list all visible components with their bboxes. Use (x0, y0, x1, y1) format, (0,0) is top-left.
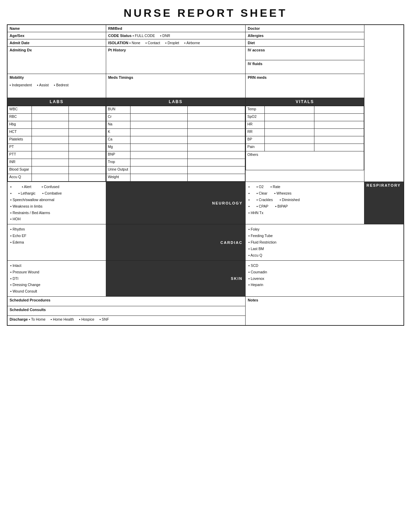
skin-pressure: Pressure Wound (10, 269, 103, 275)
labs1-row-accuq: Accu Q (8, 174, 106, 182)
vitals-data: Temp SpO2 HR RR BP Pain (246, 106, 364, 182)
vitals-row-hr: HR (246, 121, 364, 129)
mobility-bedrest: Bedrest (54, 83, 68, 87)
code-cell: CODE Status FULL CODE DNR (106, 32, 246, 39)
labs1-row-rbc: RBC (8, 114, 106, 121)
neurology-header: NEUROLOGY (106, 182, 246, 224)
isolation-options: None Contact Droplet Airborne (129, 41, 204, 45)
labs2-header: LABS (106, 98, 246, 106)
labs1-row-hbg: Hbg (8, 121, 106, 129)
scheduled-consults-cell: Scheduled Consults (7, 306, 246, 316)
notes-cell: Notes (246, 297, 404, 325)
scheduled-consults-label: Scheduled Consults (10, 308, 46, 312)
resp-diminished: Diminished (279, 197, 300, 203)
ivfluids-cell: IV fluids (246, 60, 364, 74)
admitdate-cell: Admit Date (7, 39, 106, 47)
gastro-cell: Foley Feeding Tube Fluid Restriction Las… (246, 224, 404, 260)
labs2-row-cr: Cr (106, 114, 245, 121)
agesex-cell: Age/Sex (7, 32, 106, 39)
cardiac-header: CARDIAC (106, 224, 246, 260)
discharge-hospice: Hospice (79, 317, 95, 321)
diet-cell: Diet (246, 39, 364, 47)
skin-items: Intact Pressure Wound DTI Dressing Chang… (10, 262, 103, 295)
scheduled-procedures-cell: Scheduled Procedures (7, 297, 246, 306)
name-label: Name (10, 26, 20, 30)
neuro-items: Alert Confused Lethargic Combative Speec… (10, 184, 103, 222)
isolation-cell: ISOLATION None Contact Droplet Airborne (106, 39, 246, 47)
admitdate-label: Admit Date (10, 41, 29, 45)
prn-cell: PRN meds (246, 74, 364, 98)
vitals-row-rr: RR (246, 129, 364, 136)
isolation-label: ISOLATION (108, 41, 128, 45)
labs2-data: BUN Cr Na K Ca Mg BNP (106, 106, 246, 182)
labs1-row-hct: HCT (8, 129, 106, 136)
page-title: NURSE REPORT SHEET (7, 7, 404, 20)
resp-items: O2 Rate Clear Wheezes Crackles Diminishe… (248, 184, 361, 216)
neuro-alert: Alert (22, 184, 32, 190)
iso-airborne: Airborne (184, 41, 200, 45)
doctor-cell: Doctor (246, 25, 364, 32)
code-fullcode: FULL CODE (133, 34, 155, 38)
vitals-row-temp: Temp (246, 106, 364, 114)
discharge-snf: SNF (99, 317, 109, 321)
vitals-row-others: Others (246, 151, 364, 170)
discharge-home: To Home (29, 317, 45, 321)
code-dnr: DNR (160, 34, 170, 38)
gastro-accuq: Accu Q (248, 252, 401, 259)
iso-none: None (129, 41, 140, 45)
cardiac-left-cell: Rhythm Echo EF Edema (7, 224, 106, 260)
resp-crackles: Crackles (257, 197, 273, 203)
cardiac-rhythm: Rhythm (10, 226, 103, 233)
neuro-restraints: Restraints / Bed Alarms (10, 210, 103, 216)
labs1-data: WBC RBC Hbg HCT Platelets PT PTT (7, 106, 106, 182)
meds-label: Meds Timings (108, 75, 133, 79)
vte-items: SCD Coumadin Lovenox Heparin (248, 262, 401, 288)
labs2-row-ca: Ca (106, 136, 245, 144)
neuro-speech: Speech/swallow abnormal (10, 197, 103, 203)
resp-cpap: CPAP (257, 203, 268, 210)
labs2-row-na: Na (106, 121, 245, 129)
allergies-cell: Allergies (246, 32, 364, 39)
skin-header: SKIN (106, 260, 246, 296)
mobility-cell: Mobility Independent Assist Bedrest (7, 74, 106, 98)
labs2-row-mg: Mg (106, 144, 245, 151)
gastro-items: Foley Feeding Tube Fluid Restriction Las… (248, 226, 401, 258)
notes-label: Notes (248, 298, 258, 302)
labs2-row-bnp: BNP (106, 151, 245, 159)
resp-left-cell: O2 Rate Clear Wheezes Crackles Diminishe… (246, 182, 364, 224)
vitals-others-label: Others (247, 152, 258, 157)
meds-cell: Meds Timings (106, 74, 246, 98)
allergies-label: Allergies (248, 34, 263, 38)
labs2-row-trop: Trop (106, 159, 245, 166)
labs1-row-ptt: PTT (8, 151, 106, 159)
cardiac-echo: Echo EF (10, 233, 103, 239)
discharge-cell: Discharge To Home Home Health Hospice SN… (7, 316, 246, 325)
labs1-row-inr: INR (8, 159, 106, 166)
agesex-label: Age/Sex (10, 34, 24, 38)
labs1-row-platelets: Platelets (8, 136, 106, 144)
neuro-confused: Confused (41, 184, 59, 190)
mobility-options: Independent Assist Bedrest (10, 83, 104, 87)
gastro-foley: Foley (248, 226, 401, 233)
rmbed-label: RM/Bed (108, 26, 122, 30)
ivaccess-label: IV access (248, 48, 265, 52)
admitdx-label: Admiting Dx (10, 48, 32, 52)
labs2-row-urineoutput: Urine Output (106, 166, 245, 174)
rmbed-cell: RM/Bed (106, 25, 246, 32)
mobility-label: Mobility (10, 75, 104, 79)
labs1-row-wbc: WBC (8, 106, 106, 114)
ivfluids-label: IV fluids (248, 62, 262, 66)
scheduled-procedures-label: Scheduled Procedures (10, 298, 50, 302)
resp-bipap: BIPAP (275, 203, 288, 210)
discharge-options: To Home Home Health Hospice SNF (29, 317, 113, 321)
gastro-lastbm: Last BM (248, 246, 401, 252)
cardiac-edema: Edema (10, 239, 103, 246)
iso-contact: Contact (146, 41, 160, 45)
resp-hhn: HHN Tx (248, 210, 361, 216)
gastro-feeding: Feeding Tube (248, 233, 401, 239)
vitals-row-bp: BP (246, 136, 364, 144)
resp-o2: O2 (257, 184, 264, 190)
skin-intact: Intact (10, 262, 103, 269)
vte-lovenox: Lovenox (248, 275, 401, 282)
respiratory-header: RESPIRATORY (364, 182, 404, 224)
